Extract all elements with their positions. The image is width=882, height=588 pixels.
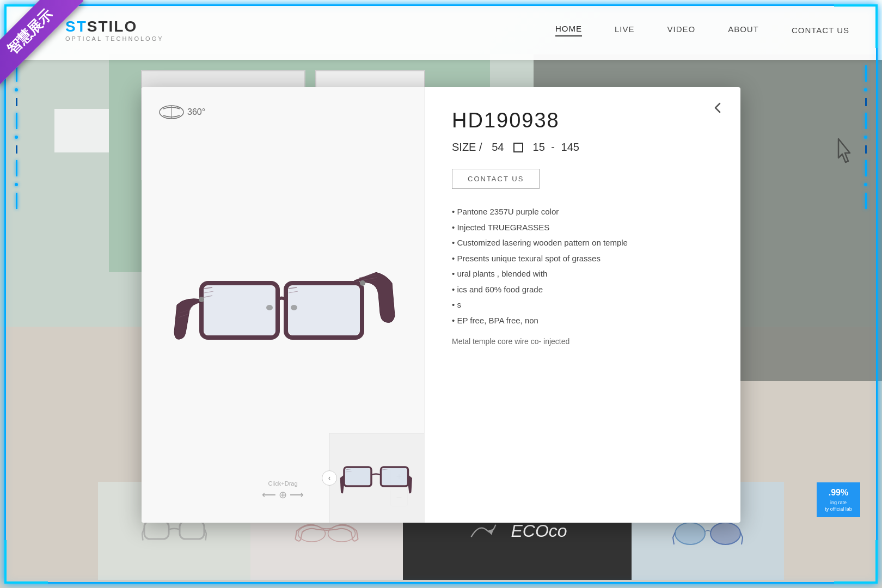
svg-rect-31 <box>144 522 169 540</box>
nav-video[interactable]: VIDEO <box>667 24 696 36</box>
deco-left <box>11 65 22 523</box>
feature-8: EP free, BPA free, non <box>452 313 719 329</box>
circuit-seg-r1 <box>865 65 867 82</box>
feature-1: Pantone 2357U purple color <box>452 204 719 220</box>
nav-about[interactable]: ABOUT <box>728 24 759 36</box>
nav-live[interactable]: LIVE <box>615 24 635 36</box>
feature-6: ics and 60% food grade <box>452 282 719 298</box>
svg-point-35 <box>675 523 705 544</box>
product-size: SIZE / 54 15 - 145 <box>452 141 719 154</box>
feature-5: ural plants , blended with <box>452 266 719 282</box>
badge-text: 智慧展示 <box>0 0 83 85</box>
svg-point-23 <box>199 297 204 302</box>
feature-7: s <box>452 297 719 313</box>
feature-2: Injected TRUEGRASSES <box>452 220 719 236</box>
cursor-icon <box>830 136 857 169</box>
nav-home[interactable]: HOME <box>555 24 582 36</box>
drag-hint: Click+Drag ⟵ ⊕ ⟶ <box>262 480 304 501</box>
circuit-seg-r3 <box>865 113 867 129</box>
nav-links: HOME LIVE VIDEO ABOUT CONTACT US <box>555 24 849 36</box>
deco-right <box>860 65 871 523</box>
svg-rect-27 <box>382 468 407 485</box>
feature-4: Presents unique texural spot of grasses <box>452 251 719 267</box>
circuit-seg-5 <box>16 160 17 176</box>
svg-point-21 <box>291 305 297 310</box>
ecoco-label: ECOco <box>511 521 567 541</box>
thumbnail-prev[interactable]: ‹ <box>322 470 337 486</box>
corner-br <box>834 540 878 584</box>
corner-bl <box>4 540 48 584</box>
circuit-seg-4 <box>16 145 17 154</box>
feature-more: Metal temple core wire co- injected <box>452 337 719 346</box>
back-button[interactable] <box>706 96 730 120</box>
360-label: 360° <box>158 103 205 121</box>
product-id: HD190938 <box>452 109 719 132</box>
size-box-icon <box>513 143 523 152</box>
svg-point-36 <box>710 523 740 544</box>
svg-rect-25 <box>345 468 370 485</box>
circuit-seg-r6 <box>865 193 867 209</box>
product-viewer: 360° <box>142 87 425 523</box>
product-modal: 360° <box>142 87 740 523</box>
corner-tr <box>834 4 878 48</box>
circuit-seg-r5 <box>865 160 867 176</box>
feature-3: Customized lasering wooden pattern on te… <box>452 235 719 251</box>
circuit-seg-r4 <box>865 145 867 154</box>
glasses-main-image <box>169 229 397 381</box>
navbar: STSTILO OPTICAL TECHNOLOGY HOME LIVE VID… <box>0 0 882 60</box>
svg-point-20 <box>266 305 273 310</box>
360-text: 360° <box>187 107 205 117</box>
contact-us-button[interactable]: CONTACT US <box>452 169 540 189</box>
promo-badge: .99% ing rate ty official lab <box>817 482 860 517</box>
circuit-dot-r1 <box>864 88 867 91</box>
svg-rect-5 <box>54 109 109 152</box>
product-info: HD190938 SIZE / 54 15 - 145 CONTACT US P… <box>425 87 740 523</box>
svg-rect-32 <box>180 522 204 540</box>
circuit-seg-3 <box>16 113 17 129</box>
circuit-dot-r3 <box>864 183 867 186</box>
circuit-dot-3 <box>15 183 18 186</box>
circuit-dot-2 <box>15 136 18 139</box>
svg-rect-12 <box>204 285 275 335</box>
circuit-dot-r2 <box>864 136 867 139</box>
circuit-seg-r2 <box>865 98 867 106</box>
thumbnail-overlay: ‹ <box>329 433 424 523</box>
smart-badge: 智慧展示 <box>0 0 106 106</box>
svg-point-22 <box>360 280 365 286</box>
product-features: Pantone 2357U purple color Injected TRUE… <box>452 204 719 328</box>
svg-rect-17 <box>288 285 360 335</box>
circuit-seg-6 <box>16 193 17 209</box>
